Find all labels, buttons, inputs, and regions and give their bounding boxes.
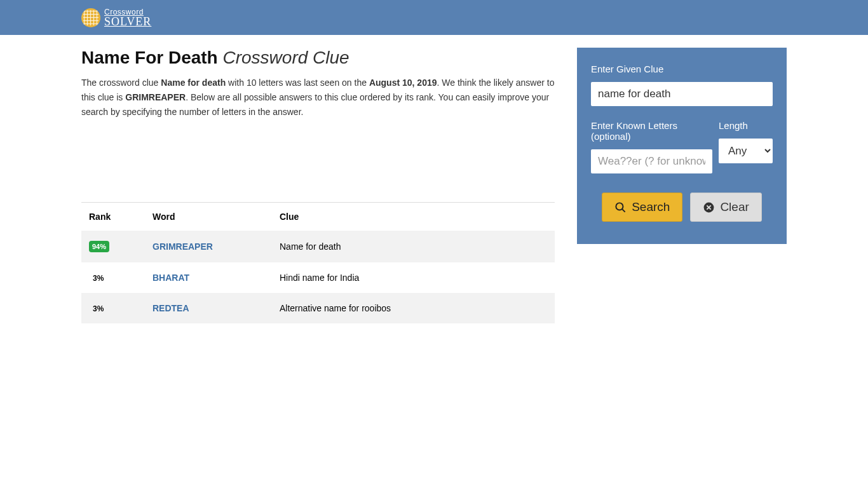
main-content: Name For Death Crossword Clue The crossw… xyxy=(81,48,555,323)
site-logo[interactable]: Crossword SOLVER xyxy=(81,8,151,27)
rank-badge: 94% xyxy=(89,241,109,252)
search-button-label: Search xyxy=(632,200,670,214)
rank-value: 3% xyxy=(89,274,104,283)
col-header-rank: Rank xyxy=(81,203,145,231)
rank-value: 3% xyxy=(89,304,104,313)
brand-bottom: SOLVER xyxy=(104,16,151,27)
clear-button[interactable]: Clear xyxy=(690,193,761,222)
clue-text: Name for death xyxy=(272,231,555,262)
search-button[interactable]: Search xyxy=(602,193,682,222)
title-main: Name For Death xyxy=(81,48,218,67)
word-link[interactable]: REDTEA xyxy=(153,303,189,313)
table-row: 3%BHARATHindi name for India xyxy=(81,262,555,293)
letters-label: Enter Known Letters (optional) xyxy=(591,120,712,142)
svg-point-0 xyxy=(616,203,623,210)
crossword-grid-icon xyxy=(81,8,100,27)
search-icon xyxy=(614,201,627,214)
brand-top: Crossword xyxy=(104,8,151,16)
word-link[interactable]: BHARAT xyxy=(153,273,189,283)
length-select[interactable]: Any xyxy=(719,139,773,163)
col-header-word: Word xyxy=(145,203,272,231)
table-row: 3%REDTEAAlternative name for rooibos xyxy=(81,293,555,323)
clue-text: Alternative name for rooibos xyxy=(272,293,555,323)
col-header-clue: Clue xyxy=(272,203,555,231)
svg-line-1 xyxy=(622,208,625,212)
title-sub: Crossword Clue xyxy=(223,48,349,67)
length-label: Length xyxy=(719,120,773,131)
page-title: Name For Death Crossword Clue xyxy=(81,48,555,68)
results-table: Rank Word Clue 94%GRIMREAPERName for dea… xyxy=(81,202,555,323)
search-panel: Enter Given Clue Enter Known Letters (op… xyxy=(577,48,787,244)
table-row: 94%GRIMREAPERName for death xyxy=(81,231,555,262)
word-link[interactable]: GRIMREAPER xyxy=(153,241,213,252)
letters-input[interactable] xyxy=(591,149,712,173)
intro-text: The crossword clue Name for death with 1… xyxy=(81,76,555,119)
clue-text: Hindi name for India xyxy=(272,262,555,293)
clue-input[interactable] xyxy=(591,82,773,106)
close-circle-icon xyxy=(703,201,715,214)
clear-button-label: Clear xyxy=(720,200,749,214)
clue-label: Enter Given Clue xyxy=(591,64,773,74)
site-header: Crossword SOLVER xyxy=(0,0,868,35)
